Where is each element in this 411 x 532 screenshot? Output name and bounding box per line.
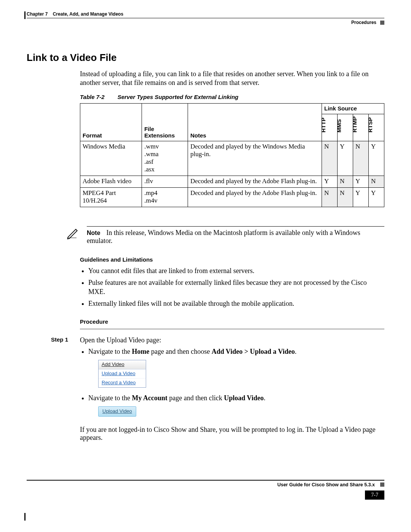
- col-link-source: Link Source: [322, 103, 384, 114]
- list-item: Navigate to the My Account page and then…: [88, 394, 384, 423]
- table-title: Server Types Supported for External Link…: [118, 94, 239, 100]
- upload-video-button-image: Upload Video: [98, 406, 136, 417]
- crop-mark: [24, 11, 25, 19]
- guidelines-heading: Guidelines and Limitations: [80, 256, 384, 263]
- col-rtsp: RTSP: [369, 114, 384, 141]
- procedure-heading: Procedure: [80, 318, 384, 325]
- col-ext: File Extensions: [142, 103, 188, 141]
- note-text: In this release, Windows Media on the Ma…: [87, 229, 360, 244]
- section-label: Procedures: [351, 20, 376, 25]
- list-item: Navigate to the Home page and then choos…: [88, 347, 384, 388]
- step-intro: Open the Upload Video page:: [80, 336, 384, 344]
- dropdown-head: Add Video: [99, 360, 146, 369]
- server-types-table: Format File Extensions Notes Link Source…: [80, 103, 384, 207]
- list-item: You cannot edit files that are linked to…: [88, 267, 384, 275]
- page-title: Link to a Video File: [27, 52, 384, 64]
- note-icon: [66, 235, 80, 241]
- table-caption: Table 7-2 Server Types Supported for Ext…: [80, 94, 384, 100]
- step-label: Step 1: [51, 336, 72, 442]
- chapter-title: Create, Add, and Manage Videos: [53, 11, 123, 17]
- guidelines-list: You cannot edit files that are linked to…: [80, 267, 384, 308]
- col-notes: Notes: [188, 103, 322, 141]
- crop-mark: [24, 513, 25, 521]
- running-head: Chapter 7 Create, Add, and Manage Videos: [27, 11, 384, 18]
- dropdown-item: Record a Video: [99, 379, 146, 387]
- footer-marker-icon: [380, 482, 384, 487]
- table-row: Adobe Flash video .flv Decoded and playe…: [80, 176, 384, 187]
- footer-rule: [27, 480, 384, 481]
- footer-guide: User Guide for Cisco Show and Share 5.3.…: [277, 482, 375, 487]
- list-item: Pulse features are not available for ext…: [88, 278, 384, 296]
- table-row: MPEG4 Part 10/H.264 .mp4 .m4v Decoded an…: [80, 187, 384, 207]
- dropdown-item: Upload a Video: [99, 369, 146, 379]
- note-label: Note: [87, 230, 100, 236]
- page-number-badge: 7-7: [365, 490, 384, 500]
- add-video-dropdown-image: Add Video Upload a Video Record a Video: [98, 360, 146, 388]
- list-item: Externally linked files will not be avai…: [88, 299, 384, 308]
- table-number: Table 7-2: [80, 94, 104, 100]
- table-row: Windows Media .wmv .wma .asf .asx Decode…: [80, 141, 384, 176]
- header-marker-icon: [380, 21, 384, 25]
- col-format: Format: [80, 103, 142, 141]
- chapter-number: Chapter 7: [27, 11, 48, 17]
- note-rule: [87, 226, 384, 227]
- step-closing: If you are not logged-in to Cisco Show a…: [80, 426, 384, 442]
- intro-paragraph: Instead of uploading a file, you can lin…: [80, 70, 384, 88]
- procedure-rule: [80, 329, 384, 330]
